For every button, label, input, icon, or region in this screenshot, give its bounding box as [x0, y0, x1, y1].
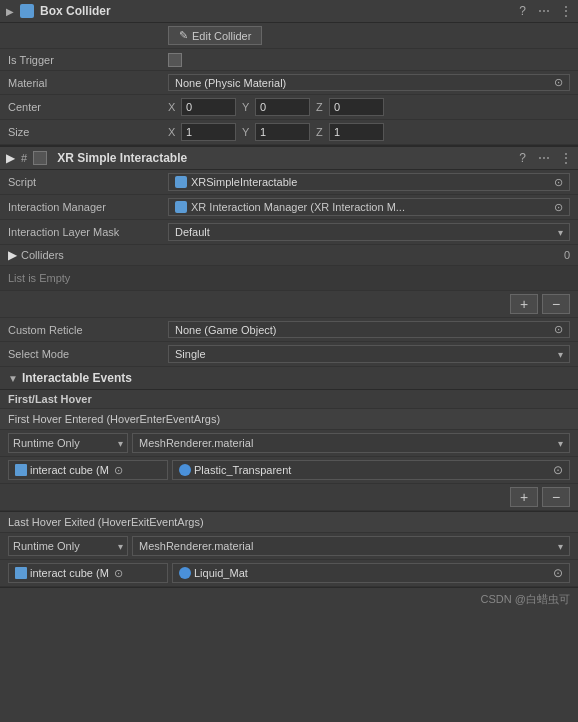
material-row: Material None (Physic Material) ⊙	[0, 71, 578, 95]
size-label: Size	[8, 126, 168, 138]
runtime-chevron-icon: ▾	[118, 438, 123, 449]
chevron-down-icon: ▾	[558, 227, 563, 238]
script-label: Script	[8, 176, 168, 188]
interaction-layer-dropdown[interactable]: Default ▾	[168, 223, 570, 241]
custom-reticle-value: None (Game Object) ⊙	[168, 321, 570, 338]
custom-reticle-field[interactable]: None (Game Object) ⊙	[168, 321, 570, 338]
script-text: XRSimpleInteractable	[191, 176, 297, 188]
list-empty-text: List is Empty	[8, 272, 70, 284]
script-value: XRSimpleInteractable ⊙	[168, 173, 570, 191]
is-trigger-value	[168, 53, 570, 67]
pick-material-icon[interactable]: ⊙	[554, 76, 563, 89]
interaction-manager-field[interactable]: XR Interaction Manager (XR Interaction M…	[168, 198, 570, 216]
first-hover-runtime-dropdown[interactable]: Runtime Only ▾	[8, 433, 128, 453]
colliders-triangle[interactable]: ▶	[8, 248, 17, 262]
events-triangle[interactable]: ▼	[8, 373, 18, 384]
xr-settings-icon[interactable]: ⋮	[560, 151, 572, 165]
is-trigger-label: Is Trigger	[8, 54, 168, 66]
size-z-label: Z	[316, 126, 326, 138]
settings-icon[interactable]: ⋮	[560, 4, 572, 18]
select-mode-label: Select Mode	[8, 348, 168, 360]
z-label: Z	[316, 101, 326, 113]
size-z-field: Z	[316, 123, 384, 141]
method-chevron-icon: ▾	[558, 438, 563, 449]
custom-reticle-row: Custom Reticle None (Game Object) ⊙	[0, 318, 578, 342]
last-hover-obj-text: interact cube (M	[30, 567, 109, 579]
last-hover-val-text: Liquid_Mat	[194, 567, 248, 579]
last-method-chevron-icon: ▾	[558, 541, 563, 552]
interaction-layer-value: Default ▾	[168, 223, 570, 241]
interaction-layer-row: Interaction Layer Mask Default ▾	[0, 220, 578, 245]
last-runtime-chevron-icon: ▾	[118, 541, 123, 552]
center-label: Center	[8, 101, 168, 113]
interaction-layer-label: Interaction Layer Mask	[8, 226, 168, 238]
y-label: Y	[242, 101, 252, 113]
size-x-input[interactable]	[181, 123, 236, 141]
help-icon[interactable]: ?	[519, 4, 526, 18]
center-x-input[interactable]	[181, 98, 236, 116]
center-z-input[interactable]	[329, 98, 384, 116]
last-hover-obj-field[interactable]: interact cube (M ⊙	[8, 563, 168, 583]
interaction-manager-label: Interaction Manager	[8, 201, 168, 213]
first-hover-controls-row: Runtime Only ▾ MeshRenderer.material ▾	[0, 430, 578, 457]
first-hover-block: First Hover Entered (HoverEnterEventArgs…	[0, 409, 578, 512]
pick-script-icon[interactable]: ⊙	[554, 176, 563, 189]
pick-val-icon[interactable]: ⊙	[553, 463, 563, 477]
pick-reticle-icon[interactable]: ⊙	[554, 323, 563, 336]
last-hover-val-field[interactable]: Liquid_Mat ⊙	[172, 563, 570, 583]
first-hover-obj-text: interact cube (M	[30, 464, 109, 476]
center-row: Center X Y Z	[0, 95, 578, 120]
first-hover-add-button[interactable]: +	[510, 487, 538, 507]
pick-manager-icon[interactable]: ⊙	[554, 201, 563, 214]
footer-watermark: CSDN @白蜡虫可	[0, 588, 578, 611]
center-x-field: X	[168, 98, 236, 116]
size-x-label: X	[168, 126, 178, 138]
colliders-label: Colliders	[21, 249, 564, 261]
colliders-add-button[interactable]: +	[510, 294, 538, 314]
material-field[interactable]: None (Physic Material) ⊙	[168, 74, 570, 91]
events-header: ▼ Interactable Events	[0, 367, 578, 390]
last-hover-method-dropdown[interactable]: MeshRenderer.material ▾	[132, 536, 570, 556]
colliders-remove-button[interactable]: −	[542, 294, 570, 314]
last-pick-val-icon[interactable]: ⊙	[553, 566, 563, 580]
xr-enabled-checkbox[interactable]	[33, 151, 47, 165]
collapse-triangle[interactable]: ▶	[6, 6, 14, 17]
colliders-header: ▶ Colliders 0	[0, 245, 578, 266]
script-field[interactable]: XRSimpleInteractable ⊙	[168, 173, 570, 191]
last-hover-obj-pick[interactable]: ⊙	[114, 567, 123, 580]
colliders-list-empty: List is Empty	[0, 266, 578, 291]
size-x-field: X	[168, 123, 236, 141]
size-row: Size X Y Z	[0, 120, 578, 145]
first-hover-add-remove: + −	[0, 484, 578, 511]
size-z-input[interactable]	[329, 123, 384, 141]
select-mode-chevron-icon: ▾	[558, 349, 563, 360]
last-hover-controls-row: Runtime Only ▾ MeshRenderer.material ▾	[0, 533, 578, 560]
xr-collapse-triangle[interactable]: ▶	[6, 151, 15, 165]
is-trigger-checkbox[interactable]	[168, 53, 182, 67]
first-hover-obj-pick[interactable]: ⊙	[114, 464, 123, 477]
box-collider-title: Box Collider	[40, 4, 513, 18]
xr-dots-icon[interactable]: ⋯	[538, 151, 550, 165]
edit-collider-button[interactable]: ✎ Edit Collider	[168, 26, 262, 45]
last-hover-runtime-dropdown[interactable]: Runtime Only ▾	[8, 536, 128, 556]
material-text: None (Physic Material)	[175, 77, 286, 89]
first-hover-remove-button[interactable]: −	[542, 487, 570, 507]
size-y-input[interactable]	[255, 123, 310, 141]
first-hover-val-field[interactable]: Plastic_Transparent ⊙	[172, 460, 570, 480]
last-material-circle-icon	[179, 567, 191, 579]
first-hover-method-dropdown[interactable]: MeshRenderer.material ▾	[132, 433, 570, 453]
edit-collider-btn-label: Edit Collider	[192, 30, 251, 42]
interaction-manager-value: XR Interaction Manager (XR Interaction M…	[168, 198, 570, 216]
center-y-input[interactable]	[255, 98, 310, 116]
events-title: Interactable Events	[22, 371, 132, 385]
manager-icon	[175, 201, 187, 213]
hover-section-title: First/Last Hover	[0, 390, 578, 409]
interaction-manager-row: Interaction Manager XR Interaction Manag…	[0, 195, 578, 220]
first-hover-method-text: MeshRenderer.material	[139, 437, 253, 449]
center-y-field: Y	[242, 98, 310, 116]
horizontal-dots-icon[interactable]: ⋯	[538, 4, 550, 18]
xr-help-icon[interactable]: ?	[519, 151, 526, 165]
first-hover-obj-field[interactable]: interact cube (M ⊙	[8, 460, 168, 480]
select-mode-dropdown[interactable]: Single ▾	[168, 345, 570, 363]
last-hover-title: Last Hover Exited (HoverExitEventArgs)	[0, 512, 578, 533]
